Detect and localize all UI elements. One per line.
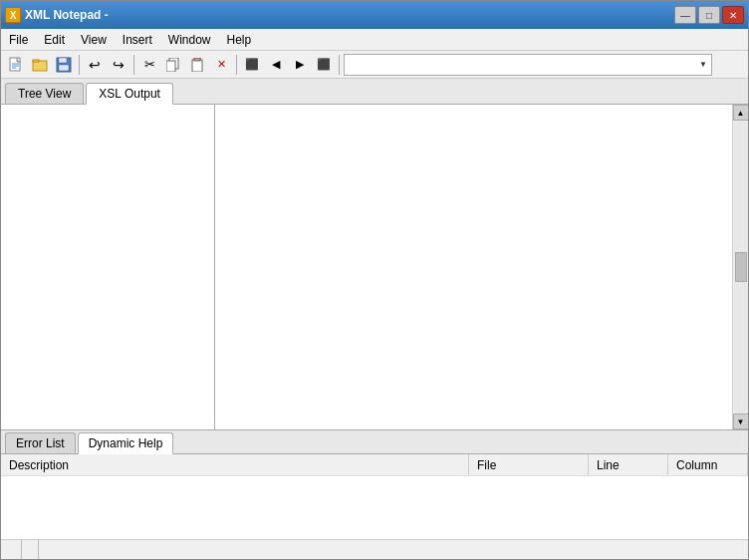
window-title: XML Notepad -: [25, 8, 670, 22]
status-segment-2: [22, 540, 39, 559]
save-icon: [56, 57, 72, 73]
copy-button[interactable]: [162, 54, 184, 76]
open-button[interactable]: [29, 54, 51, 76]
menu-window[interactable]: Window: [160, 31, 219, 49]
scroll-thumb[interactable]: [735, 252, 747, 282]
sep1: [79, 55, 80, 75]
status-bar: [1, 539, 748, 559]
svg-rect-10: [166, 61, 175, 72]
app-icon: X: [5, 7, 21, 23]
toolbar: ↩ ↪ ✂ ✕ ⬛ ◀ ▶ ⬛ ▼: [1, 51, 748, 79]
new-icon: [8, 57, 24, 73]
paste-button[interactable]: [186, 54, 208, 76]
vertical-scrollbar[interactable]: ▲ ▼: [732, 105, 748, 429]
menubar: File Edit View Insert Window Help: [1, 29, 748, 51]
tab-error-list[interactable]: Error List: [5, 432, 76, 453]
tab-tree-view[interactable]: Tree View: [5, 83, 84, 104]
tab-dynamic-help[interactable]: Dynamic Help: [78, 432, 174, 454]
paste-icon: [190, 58, 204, 72]
sep3: [236, 55, 237, 75]
dropdown-arrow-icon: ▼: [699, 60, 707, 69]
minimize-button[interactable]: —: [674, 6, 696, 24]
scroll-up-button[interactable]: ▲: [733, 105, 749, 121]
col-column: Column: [668, 454, 748, 475]
sep4: [339, 55, 340, 75]
delete-button[interactable]: ✕: [210, 54, 232, 76]
error-list-body: [1, 476, 748, 539]
bottom-panel: Error List Dynamic Help Description File…: [1, 429, 748, 539]
close-button[interactable]: ✕: [722, 6, 744, 24]
search-container: ▼: [344, 54, 744, 76]
scroll-down-button[interactable]: ▼: [733, 414, 749, 429]
tab-xsl-output[interactable]: XSL Output: [86, 83, 173, 105]
svg-rect-8: [59, 65, 69, 71]
menu-help[interactable]: Help: [219, 31, 260, 49]
menu-file[interactable]: File: [1, 31, 36, 49]
menu-edit[interactable]: Edit: [36, 31, 73, 49]
window-controls: — □ ✕: [674, 6, 744, 24]
scroll-track[interactable]: [734, 121, 748, 414]
new-button[interactable]: [5, 54, 27, 76]
undo-button[interactable]: ↩: [84, 54, 106, 76]
menu-insert[interactable]: Insert: [115, 31, 160, 49]
open-icon: [32, 57, 48, 73]
bottom-content: Description File Line Column: [1, 454, 748, 539]
menu-view[interactable]: View: [73, 31, 115, 49]
svg-rect-5: [33, 60, 39, 62]
search-dropdown[interactable]: ▼: [344, 54, 712, 76]
redo-button[interactable]: ↪: [108, 54, 129, 76]
main-tabs-bar: Tree View XSL Output: [1, 79, 748, 105]
col-file: File: [469, 454, 589, 475]
copy-icon: [166, 58, 180, 72]
col-description: Description: [1, 454, 469, 475]
nav-btn3[interactable]: ▶: [289, 54, 311, 76]
left-panel: [1, 105, 215, 429]
svg-rect-7: [59, 58, 67, 63]
maximize-button[interactable]: □: [698, 6, 720, 24]
nav-btn2[interactable]: ◀: [265, 54, 287, 76]
main-content: ▲ ▼: [1, 105, 748, 429]
status-segment-1: [5, 540, 22, 559]
right-panel: ▲ ▼: [215, 105, 748, 429]
cut-button[interactable]: ✂: [138, 54, 160, 76]
title-bar: X XML Notepad - — □ ✕: [1, 1, 748, 29]
col-line: Line: [589, 454, 668, 475]
svg-rect-13: [194, 58, 200, 61]
error-list-header: Description File Line Column: [1, 454, 748, 476]
main-window: X XML Notepad - — □ ✕ File Edit View Ins…: [0, 0, 749, 560]
nav-btn4[interactable]: ⬛: [313, 54, 335, 76]
sep2: [133, 55, 134, 75]
svg-rect-12: [192, 60, 202, 72]
bottom-tabs-bar: Error List Dynamic Help: [1, 430, 748, 454]
save-button[interactable]: [53, 54, 75, 76]
nav-btn1[interactable]: ⬛: [241, 54, 263, 76]
